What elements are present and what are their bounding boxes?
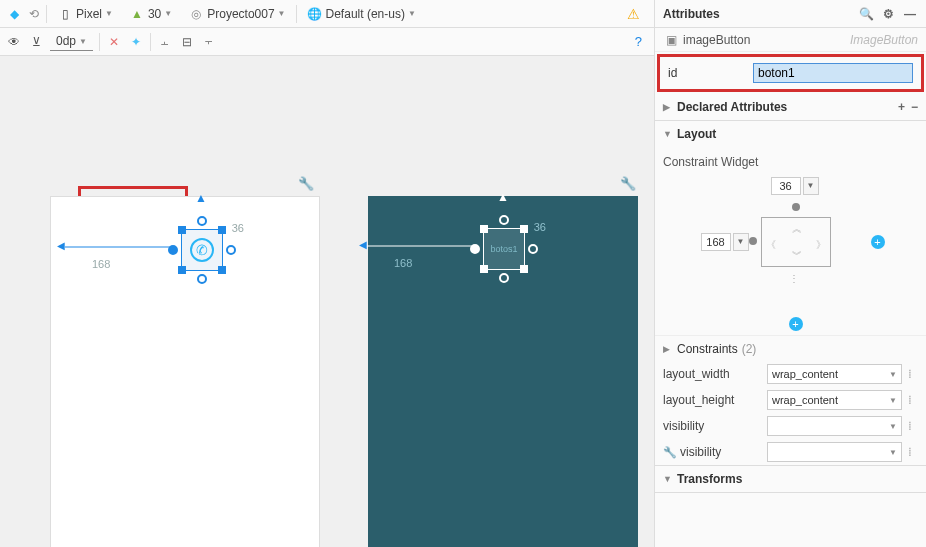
- anchor-left[interactable]: [470, 244, 480, 254]
- android-icon: ▲: [129, 6, 145, 22]
- selected-widget-light[interactable]: ▲ ✆ 36 168: [171, 217, 231, 277]
- cw-left-dropdown[interactable]: ▼: [733, 233, 749, 251]
- toolbar-top: ◆ ⟲ ▯ Pixel ▼ ▲ 30 ▼ ◎ Proyecto007 ▼ 🌐 D…: [0, 0, 654, 28]
- top-margin-value: 36: [534, 221, 546, 233]
- cw-top-dropdown[interactable]: ▼: [803, 177, 819, 195]
- clear-constraints-icon[interactable]: ✕: [106, 34, 122, 50]
- api-selector[interactable]: ▲ 30 ▼: [123, 4, 178, 24]
- tools-visibility-select[interactable]: ▼: [767, 442, 902, 462]
- anchor-right[interactable]: [226, 245, 236, 255]
- infer-constraints-icon[interactable]: ✦: [128, 34, 144, 50]
- align-icon-3[interactable]: ⫟: [201, 34, 217, 50]
- prop-layout-width: layout_width wrap_content ▼ ⁞: [655, 361, 926, 387]
- cw-left-margin[interactable]: 168 ▼: [701, 233, 749, 251]
- gear-icon[interactable]: ⚙: [880, 6, 896, 22]
- attributes-header: Attributes 🔍 ⚙ —: [655, 0, 926, 28]
- locale-selector[interactable]: 🌐 Default (en-us) ▼: [301, 4, 422, 24]
- resize-handle[interactable]: [480, 265, 488, 273]
- cw-top-margin[interactable]: 36 ▼: [771, 177, 819, 195]
- cw-add-bottom[interactable]: +: [789, 317, 803, 331]
- constraint-widget-diagram[interactable]: 36 ▼ 168 ▼ ︽ ︾ 《 》 ⋮ + +: [701, 177, 881, 327]
- flag-icon[interactable]: ⁞: [908, 445, 918, 459]
- resize-handle[interactable]: [520, 225, 528, 233]
- section-declared-label: Declared Attributes: [677, 100, 787, 114]
- left-margin-value: 168: [92, 258, 110, 270]
- minimize-icon[interactable]: —: [902, 6, 918, 22]
- section-transforms-label: Transforms: [677, 472, 742, 486]
- cw-left-value[interactable]: 168: [701, 233, 731, 251]
- align-icon-2[interactable]: ⊟: [179, 34, 195, 50]
- anchor-left[interactable]: [168, 245, 178, 255]
- anchor-bottom[interactable]: [197, 274, 207, 284]
- anchor-right[interactable]: [528, 244, 538, 254]
- device-label: Pixel: [76, 7, 102, 21]
- prop-visibility: visibility ▼ ⁞: [655, 413, 926, 439]
- section-layout-header[interactable]: ▼ Layout: [655, 121, 926, 147]
- flag-icon[interactable]: ⁞: [908, 367, 918, 381]
- tools-visibility-label: 🔧visibility: [663, 445, 761, 459]
- section-layout: ▼ Layout Constraint Widget 36 ▼ 168 ▼ ︽ …: [655, 121, 926, 466]
- magnet-icon[interactable]: ⊻: [28, 34, 44, 50]
- resize-handle[interactable]: [218, 226, 226, 234]
- align-icon-1[interactable]: ⫠: [157, 34, 173, 50]
- cw-chev-top: ︽: [792, 222, 802, 236]
- layout-width-select[interactable]: wrap_content ▼: [767, 364, 902, 384]
- design-canvas-area[interactable]: 🔧 🔧 ▲ ✆ 36 168: [0, 56, 654, 547]
- eye-icon[interactable]: 👁: [6, 34, 22, 50]
- selected-widget-dark[interactable]: ▲ botos1 36 168: [473, 216, 533, 276]
- cw-box[interactable]: ︽ ︾ 《 》: [761, 217, 831, 267]
- margin-selector[interactable]: 0dp ▼: [50, 32, 93, 51]
- separator: [46, 5, 47, 23]
- cw-chev-left: 《: [766, 238, 776, 252]
- section-transforms-header[interactable]: ▼ Transforms: [655, 466, 926, 492]
- resize-handle[interactable]: [178, 266, 186, 274]
- resize-handle[interactable]: [178, 226, 186, 234]
- visibility-select[interactable]: ▼: [767, 416, 902, 436]
- id-label: id: [668, 66, 743, 80]
- chevron-down-icon: ▼: [889, 396, 897, 405]
- section-transforms: ▼ Transforms: [655, 466, 926, 493]
- cw-top-value[interactable]: 36: [771, 177, 801, 195]
- section-declared-header[interactable]: ▶ Declared Attributes + −: [655, 94, 926, 120]
- theme-selector[interactable]: ◎ Proyecto007 ▼: [182, 4, 291, 24]
- constraints-count: (2): [742, 342, 757, 356]
- collapse-icon: ▼: [663, 474, 673, 484]
- anchor-top[interactable]: [499, 215, 509, 225]
- top-arrow-icon: ▲: [497, 190, 509, 204]
- search-icon[interactable]: 🔍: [858, 6, 874, 22]
- selection-box[interactable]: botos1 36 168: [483, 228, 525, 270]
- section-declared: ▶ Declared Attributes + −: [655, 94, 926, 121]
- cw-left-anchor[interactable]: [749, 237, 757, 245]
- id-input[interactable]: [753, 63, 913, 83]
- design-canvas-light[interactable]: ▲ ✆ 36 168: [50, 196, 320, 547]
- resize-handle[interactable]: [520, 265, 528, 273]
- anchor-bottom[interactable]: [499, 273, 509, 283]
- widget-id-label: botos1: [490, 244, 517, 254]
- expand-icon: ▶: [663, 344, 673, 354]
- warning-icon[interactable]: ⚠: [627, 6, 640, 22]
- component-row: ▣ imageButton ImageButton: [655, 28, 926, 52]
- flag-icon[interactable]: ⁞: [908, 419, 918, 433]
- layout-height-select[interactable]: wrap_content ▼: [767, 390, 902, 410]
- prop-layout-height: layout_height wrap_content ▼ ⁞: [655, 387, 926, 413]
- cw-top-anchor[interactable]: [792, 203, 800, 211]
- resize-handle[interactable]: [480, 225, 488, 233]
- cw-chev-bottom: ︾: [792, 248, 802, 262]
- left-margin-value: 168: [394, 257, 412, 269]
- layout-height-label: layout_height: [663, 393, 761, 407]
- help-icon[interactable]: ?: [635, 34, 642, 49]
- add-attr-icon[interactable]: +: [898, 100, 905, 114]
- section-layout-label: Layout: [677, 127, 716, 141]
- stack-icon[interactable]: ◆: [6, 6, 22, 22]
- image-button-icon: ▣: [663, 32, 679, 48]
- anchor-top[interactable]: [197, 216, 207, 226]
- flag-icon[interactable]: ⁞: [908, 393, 918, 407]
- design-canvas-blueprint[interactable]: ▲ botos1 36 168: [368, 196, 638, 547]
- remove-attr-icon[interactable]: −: [911, 100, 918, 114]
- rotate-icon[interactable]: ⟲: [26, 6, 42, 22]
- resize-handle[interactable]: [218, 266, 226, 274]
- constraints-header[interactable]: ▶ Constraints (2): [655, 335, 926, 361]
- device-selector[interactable]: ▯ Pixel ▼: [51, 4, 119, 24]
- cw-add-right[interactable]: +: [871, 235, 885, 249]
- selection-box[interactable]: ✆ 36 168: [181, 229, 223, 271]
